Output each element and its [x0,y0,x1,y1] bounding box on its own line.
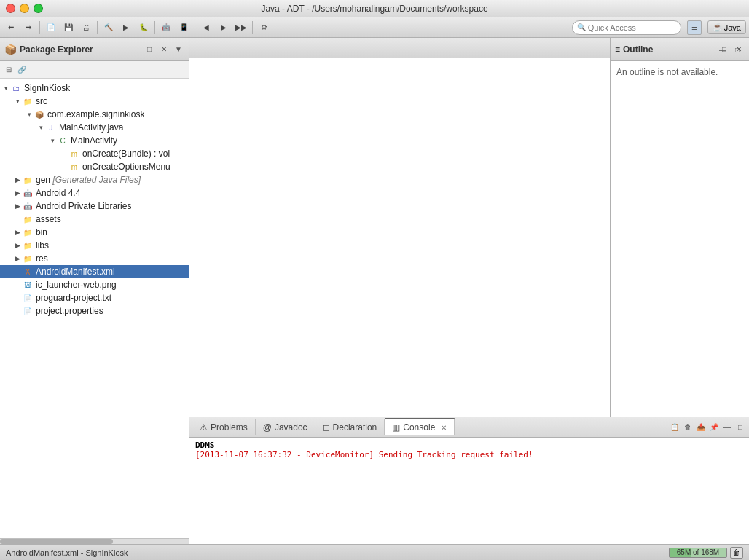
close-panel-btn[interactable]: ✕ [158,44,170,55]
proguard-label: proguard-project.txt [36,293,111,303]
tree-item-res[interactable]: ▶ 📁 res [0,252,189,265]
toolbar-fwd2[interactable]: ▶▶ [233,20,249,36]
tree-item-oncreatemenu[interactable]: m onCreateOptionsMenu [0,160,189,173]
console-copy-btn[interactable]: 📋 [669,422,681,433]
window-controls[interactable] [6,4,43,13]
memory-indicator: 65M of 168M 🗑 [669,547,743,559]
toggle-res: ▶ [13,255,22,262]
collapse-all-btn[interactable]: ⊟ [3,64,15,76]
assets-label: assets [36,214,61,224]
console-minimize-btn[interactable]: — [721,422,733,433]
toggle-assets [13,216,22,223]
console-export-btn[interactable]: 📤 [695,422,707,433]
editor-content[interactable] [189,58,610,417]
toolbar-print[interactable]: 🖨 [78,20,94,36]
window-title: Java - ADT - /Users/mohanalingam/Documen… [261,4,487,14]
toolbar-debug[interactable]: 🐛 [136,20,152,36]
tree-item-package[interactable]: ▾ 📦 com.example.signinkiosk [0,108,189,121]
tree-item-proguard[interactable]: 📄 proguard-project.txt [0,291,189,304]
signinkiosk-label: SignInKiosk [24,83,70,93]
tree-item-android44[interactable]: ▶ 🤖 Android 4.4 [0,186,189,200]
declaration-label: Declaration [333,422,377,433]
gen-label: gen [Generated Java Files] [36,175,141,185]
toggle-android-private: ▶ [13,202,22,210]
toolbar-perspective1[interactable]: ☰ [687,20,702,35]
console-clear-btn[interactable]: 🗑 [682,422,694,433]
toolbar-save[interactable]: 💾 [60,20,77,36]
outline-panel-icon: ≡ [615,44,620,55]
editor-maximize-btn[interactable]: □ [732,44,743,55]
minimize-panel-btn[interactable]: — [129,44,141,55]
console-tab-close[interactable]: ✕ [441,424,447,432]
tab-problems[interactable]: ⚠ Problems [192,419,256,435]
tree-item-bin[interactable]: ▶ 📁 bin [0,226,189,239]
toggle-project-props [13,307,22,315]
console-label: Console [403,422,435,433]
editor-minimize-btn[interactable]: — [717,44,729,55]
toolbar-misc[interactable]: ⚙ [256,20,272,36]
tab-console[interactable]: ▥ Console ✕ [385,418,455,435]
title-bar: Java - ADT - /Users/mohanalingam/Documen… [0,0,749,17]
tab-javadoc[interactable]: @ Javadoc [256,419,315,435]
tree-item-src[interactable]: ▾ 📁 src [0,95,189,108]
maximize-button[interactable] [34,4,43,13]
toolbar-forward[interactable]: ▶ [216,20,232,36]
tree-item-libs[interactable]: ▶ 📁 libs [0,239,189,252]
java-perspective-button[interactable]: ☕ Java [707,20,746,34]
proguard-icon: 📄 [22,292,34,304]
toolbar-sep-3 [154,21,155,34]
search-input[interactable] [588,23,676,32]
search-box[interactable]: 🔍 [572,20,681,35]
toolbar-new[interactable]: 📄 [43,20,59,36]
toolbar-avd[interactable]: 📱 [176,20,192,36]
javadoc-icon: @ [263,422,272,433]
gc-button[interactable]: 🗑 [730,547,743,559]
toolbar-btn-1[interactable]: ⬅ [3,20,19,36]
tree-item-oncreate[interactable]: m onCreate(Bundle) : voi [0,147,189,160]
project-icon: 🗂 [10,82,22,94]
memory-bar: 65M of 168M [669,548,727,558]
tree-item-project-props[interactable]: 📄 project.properties [0,304,189,318]
panel-menu-btn[interactable]: ▼ [173,44,184,55]
tree-item-ic-launcher[interactable]: 🖼 ic_launcher-web.png [0,278,189,291]
main-toolbar: ⬅ ➡ 📄 💾 🖨 🔨 ▶ 🐛 🤖 📱 ◀ ▶ ▶▶ ⚙ 🔍 ☰ ☕ Java [0,17,749,38]
toggle-mainactivity-class: ▾ [48,137,57,144]
tree-item-mainactivity-java[interactable]: ▾ J MainActivity.java [0,121,189,134]
tree-item-mainactivity-class[interactable]: ▾ C MainActivity [0,134,189,147]
png-icon: 🖼 [22,279,34,291]
outline-minimize-btn[interactable]: — [704,44,715,55]
toolbar-btn-2[interactable]: ➡ [20,20,36,36]
content-area: 📦 Package Explorer — □ ✕ ▼ ⊟ 🔗 ▾ 🗂 SignI… [0,38,749,544]
link-editor-btn[interactable]: 🔗 [16,64,28,76]
outline-content: An outline is not available. [611,61,749,417]
tree-item-signinkiosk[interactable]: ▾ 🗂 SignInKiosk [0,82,189,95]
toolbar-android[interactable]: 🤖 [158,20,174,36]
bottom-tab-bar: ⚠ Problems @ Javadoc ◻ Declaration ▥ Con… [189,417,749,438]
res-label: res [36,253,48,264]
toolbar-build[interactable]: 🔨 [101,20,117,36]
horizontal-scrollbar[interactable] [0,538,189,544]
search-icon: 🔍 [577,23,586,31]
tab-declaration[interactable]: ◻ Declaration [315,419,385,435]
bottom-tab-actions: 📋 🗑 📤 📌 — □ [669,422,746,433]
method-icon-oncreate: m [68,148,80,159]
toolbar-back[interactable]: ◀ [198,20,214,36]
tree-item-android-private[interactable]: ▶ 🤖 Android Private Libraries [0,200,189,213]
tree-item-assets[interactable]: 📁 assets [0,213,189,226]
close-button[interactable] [6,4,15,13]
console-heading: DDMS [195,441,743,450]
toolbar-sep-5 [252,21,253,34]
tree-item-gen[interactable]: ▶ 📁 gen [Generated Java Files] [0,173,189,186]
toggle-oncreatemenu [60,163,68,170]
scroll-thumb[interactable] [0,539,113,544]
toolbar-sep-2 [97,21,98,34]
toolbar-run[interactable]: ▶ [118,20,134,36]
bottom-panel: ⚠ Problems @ Javadoc ◻ Declaration ▥ Con… [189,417,749,544]
console-pin-btn[interactable]: 📌 [708,422,720,433]
package-explorer-title: Package Explorer [20,44,126,55]
tree-item-androidmanifest[interactable]: X AndroidManifest.xml [0,265,189,278]
package-explorer-icon: 📦 [4,44,17,55]
console-maximize-btn[interactable]: □ [734,422,746,433]
maximize-panel-btn[interactable]: □ [144,44,155,55]
minimize-button[interactable] [20,4,29,13]
